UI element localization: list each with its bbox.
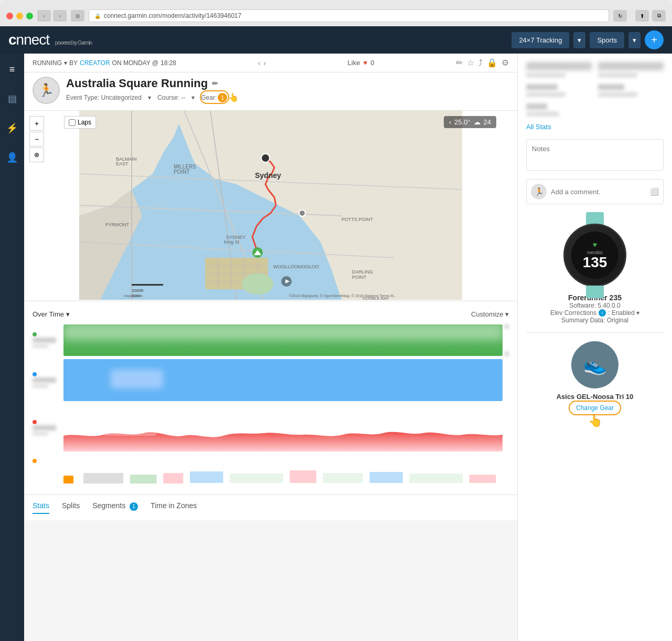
multi-chart[interactable] [63,455,509,486]
hr-chart-row [33,359,509,401]
pace-chart[interactable] [63,324,509,356]
forward-button[interactable]: › [53,10,67,22]
elev-enabled: : Enabled ▾ [608,309,639,317]
all-stats-link[interactable]: All Stats [526,123,664,131]
zoom-out-button[interactable]: − [29,132,44,146]
browser-controls: ⬆ ⧉ [635,10,666,22]
elev-corrections-label: Elev Corrections [550,309,596,317]
over-time-label[interactable]: Over Time ▾ [33,310,70,318]
svg-rect-51 [290,470,316,483]
share-button[interactable]: ⬆ [635,10,649,22]
event-type-arrow[interactable]: ▾ [148,94,151,101]
dropdown-arrow[interactable]: ▾ [64,59,67,67]
back-arrow[interactable]: ‹ [449,118,451,126]
sidebar-toggle[interactable]: ⊞ [71,10,84,22]
heart-icon[interactable]: ♥ [363,59,367,67]
title-edit-icon[interactable]: ✏ [212,79,218,88]
watch-strap-top [586,212,604,225]
watch-container: ♥ Aerobic 135 [563,224,626,287]
sidebar-profile-icon[interactable]: 👤 [3,148,22,167]
pace-label [33,324,61,356]
summary-data: Summary Data: Original [561,317,628,324]
stat-5-value [526,103,547,110]
comment-send-icon[interactable]: ⬜ [650,187,659,196]
main-content: RUNNING ▾ BY CREATOR ON MONDAY @ 18:28 ‹… [24,54,517,641]
tracking-button[interactable]: 24×7 Tracking [511,32,569,48]
titlebar: ‹ › ⊞ 🔒 connect.garmin.com/modern/activi… [0,5,672,26]
gear-count-badge[interactable]: 1 [218,93,227,102]
back-button[interactable]: ‹ [37,10,51,22]
svg-rect-36 [132,284,163,286]
tracking-dropdown[interactable]: ▾ [573,32,585,48]
sidebar: ≡ ▤ ⚡ 👤 [0,54,24,641]
comment-avatar: 🏃 [531,184,547,199]
elev-chart[interactable] [63,404,509,451]
map-container[interactable]: Sydney MILLERS POINT BALMAIN EAST PYRMON… [24,111,517,300]
comment-input[interactable] [551,188,646,196]
multi-bar-area [63,455,503,486]
elev-label [33,404,61,451]
activity-header: RUNNING ▾ BY CREATOR ON MONDAY @ 18:28 ‹… [24,54,517,72]
customize-label[interactable]: Customize ▾ [471,310,509,318]
settings-activity-btn[interactable]: ⚙ [502,58,509,68]
app-body: ≡ ▤ ⚡ 👤 RUNNING ▾ BY CREATOR ON MONDAY @… [0,54,672,641]
bottom-tabs: Stats Splits Segments 1 Time in Zones [24,495,517,520]
edit-activity-btn[interactable]: ✏ [456,58,463,68]
course-arrow[interactable]: ▾ [191,94,195,101]
stat-2 [598,62,664,78]
sidebar-inbox-icon[interactable]: ▤ [3,89,22,108]
minimize-button[interactable] [16,13,23,19]
address-bar[interactable]: 🔒 connect.garmin.com/modern/activity/146… [89,9,609,22]
watch-image: ♥ Aerobic 135 [561,221,629,289]
elev-unit-blurred [33,432,48,436]
svg-point-18 [242,274,273,295]
star-activity-btn[interactable]: ☆ [467,58,474,68]
svg-text:PYRMONT: PYRMONT [105,222,130,227]
change-gear-link[interactable]: Change Gear [576,404,614,412]
tab-segments[interactable]: Segments 1 [92,501,138,514]
laps-checkbox[interactable] [69,119,76,126]
tab-stats[interactable]: Stats [33,501,49,514]
course-label: Course: -- [157,94,185,101]
laps-toggle[interactable]: Laps [64,116,96,129]
zoom-in-button[interactable]: + [29,116,44,131]
breadcrumb: RUNNING ▾ BY CREATOR ON MONDAY @ 18:28 [33,59,176,67]
map-controls: + − ⊕ [29,116,44,162]
window-controls[interactable]: ⧉ [652,10,666,22]
like-label[interactable]: Like [348,59,360,67]
pace-chart-row [33,324,509,356]
reload-button[interactable]: ↻ [613,10,627,22]
close-button[interactable] [6,13,13,19]
prev-activity[interactable]: ‹ [258,59,261,67]
charts-section: Over Time ▾ Customize ▾ [24,302,517,495]
traffic-lights [6,13,33,19]
fullscreen-button[interactable] [26,13,33,19]
lock-icon: 🔒 [94,13,101,19]
elev-info-icon[interactable]: i [599,309,606,317]
gear-pointer-icon: 👆 [228,92,239,102]
cloud-icon: ☁ [474,118,481,126]
sports-button[interactable]: Sports [590,32,624,48]
chart-top-val [505,324,509,329]
notes-textarea[interactable] [526,139,664,171]
sidebar-activity-icon[interactable]: ⚡ [3,119,22,138]
hr-chart[interactable] [63,359,509,401]
multi-label [33,455,61,486]
add-button[interactable]: + [645,30,664,49]
next-activity[interactable]: › [263,59,266,67]
svg-rect-47 [130,475,157,484]
layers-button[interactable]: ⊕ [29,148,44,162]
tab-time-in-zones[interactable]: Time in Zones [151,501,197,514]
svg-rect-43 [103,420,156,436]
lock-activity-btn[interactable]: 🔒 [487,58,497,68]
share-activity-btn[interactable]: ⤴ [478,58,483,68]
creator-link[interactable]: CREATOR [80,59,110,67]
map-wrapper: Sydney MILLERS POINT BALMAIN EAST PYRMON… [24,111,517,300]
tab-splits[interactable]: Splits [62,501,80,514]
sidebar-menu-icon[interactable]: ≡ [3,60,22,79]
svg-text:EAST: EAST [116,161,129,166]
sports-dropdown[interactable]: ▾ [628,32,641,48]
watch-face: ♥ Aerobic 135 [571,232,618,279]
svg-rect-44 [210,417,250,430]
hr-value-blurred [33,377,56,383]
